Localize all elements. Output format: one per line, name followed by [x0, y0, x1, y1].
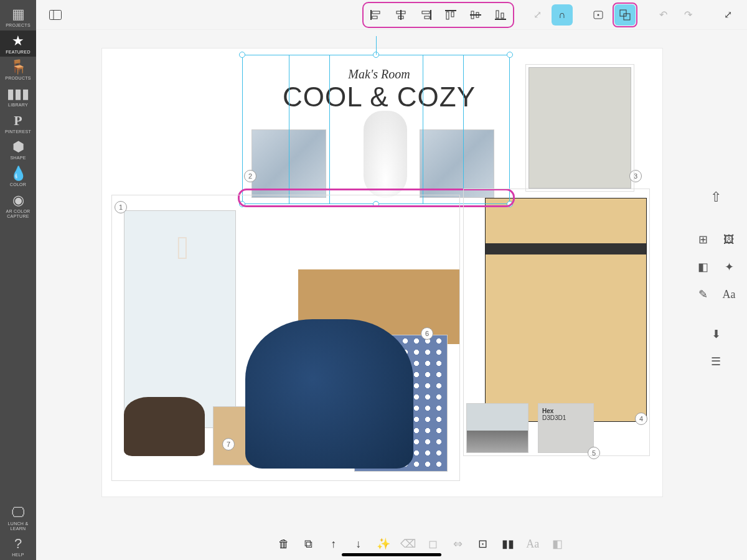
- panel-icon: [49, 10, 62, 20]
- home-indicator: [342, 553, 441, 556]
- chair-icon: 🪑: [10, 60, 27, 74]
- mask-button[interactable]: ◻: [425, 535, 442, 553]
- guide-line: [329, 55, 330, 204]
- text-tool-button[interactable]: Aa: [718, 284, 740, 305]
- share-button[interactable]: ⇧: [705, 187, 726, 208]
- grid-tool-button[interactable]: ⊞: [692, 229, 713, 250]
- group-outline: [111, 195, 460, 481]
- tv-icon: 🖵: [11, 506, 25, 520]
- sidebar-label: PINTEREST: [5, 129, 31, 134]
- fullscreen-button[interactable]: ⤢: [717, 4, 738, 26]
- layers-button[interactable]: ☰: [705, 351, 726, 372]
- bottom-toolbar: 🗑 ⧉ ↑ ↓ ✨ ⌫ ◻ ⇔ ⊡ ▮▮ Aa ◧: [275, 535, 566, 553]
- panel-toggle-button[interactable]: [45, 4, 66, 26]
- multi-select-button[interactable]: [614, 4, 636, 26]
- sidebar-item-projects[interactable]: ▦ PROJECTS: [0, 4, 36, 30]
- sidebar-label: SHAPE: [10, 156, 26, 161]
- sidebar-item-library[interactable]: ▮▮▮ LIBRARY: [0, 83, 36, 110]
- sidebar-label: PRODUCTS: [5, 76, 31, 81]
- import-button[interactable]: ⬇: [705, 324, 726, 345]
- bring-forward-button[interactable]: ↑: [325, 535, 342, 553]
- alignment-tools-highlight: [362, 2, 514, 28]
- library-add-button[interactable]: ▮▮: [499, 535, 517, 553]
- sidebar-item-products[interactable]: 🪑 PRODUCTS: [0, 57, 36, 83]
- align-vcenter-button[interactable]: [464, 4, 487, 26]
- crop-button[interactable]: ⊡: [474, 535, 492, 553]
- svg-rect-10: [425, 16, 430, 19]
- sidebar-item-ar-color[interactable]: ◉ AR COLOR CAPTURE: [0, 190, 36, 221]
- align-bottom-button[interactable]: [489, 4, 512, 26]
- aperture-icon: ◉: [12, 194, 24, 207]
- sidebar-item-pinterest[interactable]: P PINTEREST: [0, 110, 36, 137]
- right-panel: ⇧ ⊞ 🖼 ◧ ✦ ✎ Aa ⬇ ☰: [692, 187, 740, 372]
- moodboard-canvas[interactable]: 𓃡 Hex D3D3D1: [102, 49, 662, 497]
- svg-rect-23: [624, 14, 630, 20]
- svg-rect-12: [446, 12, 449, 19]
- duplicate-button[interactable]: ⧉: [300, 535, 317, 553]
- lock-button[interactable]: [588, 4, 609, 26]
- image-tool-button[interactable]: 🖼: [718, 229, 740, 250]
- send-backward-button[interactable]: ↓: [350, 535, 367, 553]
- center-guide: [376, 36, 377, 55]
- align-right-button[interactable]: [415, 4, 437, 26]
- sidebar-item-lunch-learn[interactable]: 🖵 LUNCH & LEARN: [0, 502, 36, 533]
- text-style-button[interactable]: Aa: [524, 535, 542, 553]
- sidebar-item-color[interactable]: 💧 COLOR: [0, 163, 36, 190]
- sidebar-label: LUNCH & LEARN: [0, 521, 36, 531]
- swatches-tool-button[interactable]: ◧: [692, 256, 713, 278]
- selection-box[interactable]: [242, 55, 510, 204]
- compass-tool-button[interactable]: ✦: [718, 256, 740, 278]
- svg-rect-4: [372, 16, 377, 19]
- sidebar-label: COLOR: [10, 182, 26, 187]
- guide-line: [463, 55, 464, 204]
- align-left-button[interactable]: [365, 4, 387, 26]
- redo-button[interactable]: ↷: [677, 4, 698, 26]
- guide-line: [423, 55, 423, 204]
- question-icon: ?: [14, 537, 22, 551]
- sidebar-label: PROJECTS: [6, 23, 31, 28]
- magic-wand-button[interactable]: ✨: [375, 535, 392, 553]
- pencil-tool-button[interactable]: ✎: [692, 284, 713, 305]
- grid-icon: ▦: [12, 7, 25, 21]
- svg-rect-22: [620, 10, 626, 16]
- group-outline: [525, 64, 634, 192]
- align-top-button[interactable]: [439, 4, 462, 26]
- star-icon: ★: [12, 34, 24, 48]
- drop-icon: 💧: [10, 167, 27, 180]
- svg-rect-19: [501, 13, 504, 18]
- flip-button[interactable]: ⇔: [449, 535, 467, 553]
- left-sidebar: ▦ PROJECTS ★ FEATURED 🪑 PRODUCTS ▮▮▮ LIB…: [0, 0, 36, 560]
- transform-lock-button[interactable]: ⤢: [527, 4, 548, 26]
- sidebar-label: HELP: [12, 553, 24, 558]
- eraser-button[interactable]: ⌫: [400, 535, 417, 553]
- guide-line: [289, 55, 289, 204]
- sidebar-item-shape[interactable]: ⬢ SHAPE: [0, 136, 36, 163]
- sidebar-item-help[interactable]: ? HELP: [0, 533, 36, 560]
- sidebar-label: FEATURED: [6, 50, 31, 55]
- svg-rect-3: [372, 11, 380, 14]
- svg-rect-0: [50, 10, 62, 19]
- svg-rect-9: [422, 11, 430, 14]
- svg-rect-13: [451, 12, 454, 17]
- swatch-add-button[interactable]: ◧: [549, 535, 566, 553]
- sidebar-item-featured[interactable]: ★ FEATURED: [0, 30, 36, 57]
- align-hcenter-button[interactable]: [390, 4, 412, 26]
- pinterest-icon: P: [14, 114, 22, 128]
- cube-icon: ⬢: [12, 140, 24, 154]
- sidebar-label: AR COLOR CAPTURE: [0, 209, 36, 218]
- svg-point-21: [598, 14, 599, 16]
- svg-rect-18: [496, 11, 499, 18]
- sidebar-label: LIBRARY: [8, 103, 28, 108]
- top-toolbar: ⤢ ∩ ↶ ↷ ⤢: [36, 0, 747, 30]
- trash-button[interactable]: 🗑: [275, 535, 293, 553]
- group-outline: [463, 189, 650, 456]
- undo-button[interactable]: ↶: [652, 4, 674, 26]
- snap-button[interactable]: ∩: [552, 4, 573, 26]
- books-icon: ▮▮▮: [7, 87, 29, 101]
